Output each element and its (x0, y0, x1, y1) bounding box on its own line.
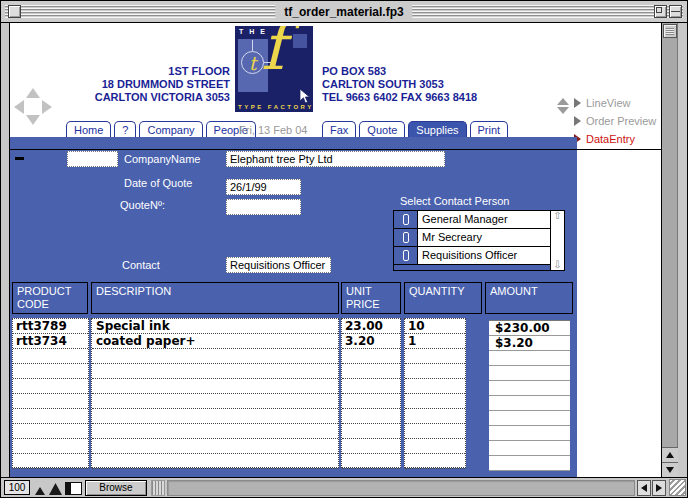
table-cell-amount[interactable] (489, 396, 570, 411)
table-cell-code[interactable] (13, 439, 88, 454)
table-cell-unit_price[interactable] (342, 379, 400, 394)
collapse-box-icon[interactable] (669, 5, 682, 18)
table-cell-description[interactable] (92, 454, 338, 469)
tab-company[interactable]: Company (139, 121, 202, 138)
table-cell-amount[interactable] (489, 456, 570, 471)
table-cell-quantity[interactable] (405, 439, 465, 454)
table-header-cell: UNIT PRICE (341, 282, 401, 314)
zoom-out-mountain-icon[interactable] (33, 480, 47, 495)
table-cell-code[interactable]: rtt3789 (13, 319, 88, 334)
table-cell-unit_price[interactable] (342, 409, 400, 424)
table-cell-unit_price[interactable] (342, 439, 400, 454)
date-of-quote-field[interactable]: 26/1/99 (226, 179, 301, 195)
layout-marker-icon (574, 98, 581, 108)
contact-option[interactable]: General Manager (394, 211, 550, 229)
table-cell-unit_price[interactable] (342, 454, 400, 469)
table-cell-amount[interactable]: $230.00 (489, 321, 570, 336)
table-cell-amount[interactable] (489, 441, 570, 456)
table-cell-description[interactable] (92, 379, 338, 394)
horizontal-scrollbar[interactable] (167, 480, 635, 496)
table-cell-description[interactable] (92, 364, 338, 379)
layout-stepper-icon[interactable] (557, 98, 570, 115)
table-cell-description[interactable] (92, 394, 338, 409)
layout-item-orderpreview[interactable]: Order Preview (574, 112, 656, 130)
tab-help[interactable]: ? (114, 121, 136, 138)
company-name-field[interactable]: Elephant tree Pty Ltd (226, 151, 445, 167)
zoom-box-icon[interactable] (654, 5, 667, 18)
table-cell-quantity[interactable]: 1 (405, 334, 465, 349)
resize-grip-icon[interactable] (669, 479, 686, 496)
table-cell-code[interactable] (13, 349, 88, 364)
table-cell-quantity[interactable] (405, 454, 465, 469)
document-area: THE t f TYPE FACTORY 1ST FLOOR 18 DRUMMO… (9, 23, 661, 477)
contact-option[interactable]: Mr Secreary (394, 229, 550, 247)
table-cell-unit_price[interactable] (342, 394, 400, 409)
table-cell-description[interactable] (92, 349, 338, 364)
contact-option[interactable]: Requisitions Officer (394, 247, 550, 265)
vertical-scrollbar-thumb[interactable] (663, 24, 677, 38)
table-cell-amount[interactable] (489, 426, 570, 441)
table-cell-quantity[interactable] (405, 364, 465, 379)
scroll-down-button[interactable] (662, 462, 678, 477)
scroll-up-icon[interactable]: ⇧ (553, 211, 561, 221)
table-cell-amount[interactable] (489, 381, 570, 396)
table-column-description: Special inkcoated paper+ (91, 318, 339, 468)
table-cell-quantity[interactable] (405, 409, 465, 424)
logo-tile (293, 34, 307, 48)
table-cell-code[interactable] (13, 409, 88, 424)
table-cell-description[interactable] (92, 409, 338, 424)
table-cell-amount[interactable] (489, 351, 570, 366)
tab-print[interactable]: Print (470, 121, 509, 138)
table-cell-amount[interactable] (489, 411, 570, 426)
table-cell-amount[interactable]: $3.20 (489, 336, 570, 351)
cursor-arrow-icon (299, 89, 311, 104)
zoom-in-mountain-icon[interactable] (48, 480, 63, 495)
table-cell-code[interactable] (13, 394, 88, 409)
mode-popup[interactable]: Browse (85, 480, 147, 496)
table-cell-code[interactable] (13, 454, 88, 469)
table-cell-quantity[interactable] (405, 424, 465, 439)
table-cell-code[interactable] (13, 379, 88, 394)
table-cell-unit_price[interactable]: 3.20 (342, 334, 400, 349)
tab-supplies[interactable]: Supplies (408, 121, 466, 138)
vertical-scrollbar[interactable] (661, 23, 678, 478)
layout-item-lineview[interactable]: LineView (574, 94, 656, 112)
zoom-level-box[interactable]: 100 (4, 480, 30, 495)
scroll-right-button[interactable] (652, 480, 666, 496)
table-cell-unit_price[interactable]: 23.00 (342, 319, 400, 334)
close-box-icon[interactable] (8, 5, 21, 18)
select-contact-label: Select Contact Person (400, 195, 509, 207)
table-cell-unit_price[interactable] (342, 364, 400, 379)
table-cell-quantity[interactable] (405, 379, 465, 394)
tab-fax[interactable]: Fax (322, 121, 356, 138)
table-cell-quantity[interactable] (405, 349, 465, 364)
splitter-grip-icon[interactable] (151, 480, 165, 496)
table-cell-description[interactable]: coated paper+ (92, 334, 338, 349)
table-cell-unit_price[interactable] (342, 424, 400, 439)
table-cell-description[interactable]: Special ink (92, 319, 338, 334)
table-cell-code[interactable] (13, 364, 88, 379)
tab-home[interactable]: Home (66, 121, 111, 138)
compass-nav-icon[interactable] (14, 87, 52, 127)
table-cell-unit_price[interactable] (342, 349, 400, 364)
scroll-up-button[interactable] (662, 447, 678, 462)
table-cell-amount[interactable] (489, 366, 570, 381)
table-cell-description[interactable] (92, 439, 338, 454)
table-cell-code[interactable] (13, 424, 88, 439)
table-cell-quantity[interactable]: 10 (405, 319, 465, 334)
scroll-left-button[interactable] (637, 480, 651, 496)
table-cell-description[interactable] (92, 424, 338, 439)
contact-field[interactable]: Requisitions Officer (226, 257, 331, 273)
titlebar[interactable]: tf_order_material.fp3 (1, 1, 687, 23)
small-field[interactable] (67, 151, 118, 167)
tab-quote[interactable]: Quote (359, 121, 405, 138)
table-cell-quantity[interactable] (405, 394, 465, 409)
logo-crosshair-line (252, 40, 253, 51)
layout-item-dataentry[interactable]: DataEntry (574, 130, 656, 148)
list-scrollbar[interactable]: ⇧ ⇩ (550, 211, 564, 270)
status-area-toggle-icon[interactable] (64, 480, 83, 495)
address-line: CARLTON SOUTH 3053 (322, 78, 477, 91)
quote-number-field[interactable] (226, 199, 301, 215)
scroll-down-icon[interactable]: ⇩ (553, 260, 561, 270)
table-cell-code[interactable]: rtt3734 (13, 334, 88, 349)
